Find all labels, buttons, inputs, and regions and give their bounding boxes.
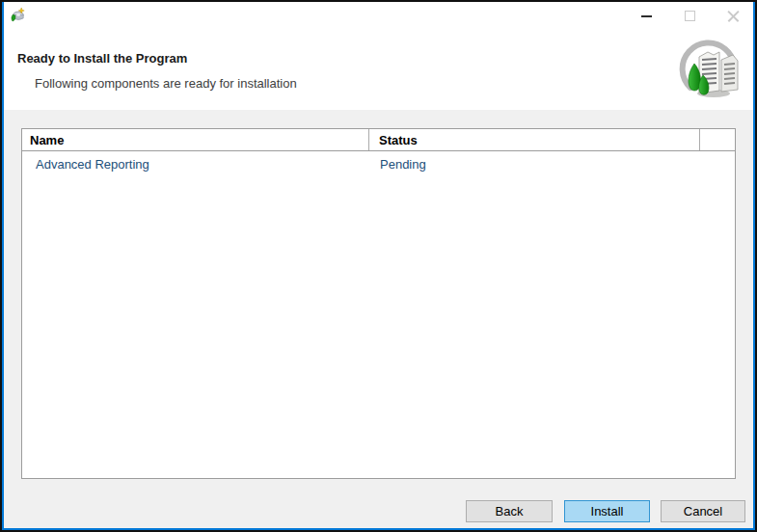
installer-window: Ready to Install the Program Following c… (0, 0, 757, 532)
column-separator[interactable] (368, 129, 369, 150)
minimize-button[interactable] (625, 2, 668, 30)
product-logo (671, 39, 746, 102)
component-name: Advanced Reporting (36, 157, 149, 172)
column-header-status: Status (379, 133, 418, 147)
column-separator[interactable] (699, 129, 700, 150)
cancel-button[interactable]: Cancel (661, 500, 745, 522)
maximize-icon (685, 11, 695, 21)
app-icon (9, 7, 26, 24)
list-header: Name Status (22, 129, 735, 151)
list-item[interactable]: Advanced Reporting Pending (22, 151, 735, 174)
close-button[interactable] (712, 2, 755, 30)
column-header-name: Name (30, 133, 64, 147)
page-title: Ready to Install the Program (17, 51, 187, 66)
maximize-button[interactable] (668, 2, 712, 30)
install-button[interactable]: Install (564, 500, 650, 522)
titlebar (2, 2, 755, 30)
back-button[interactable]: Back (466, 500, 553, 522)
banner: Ready to Install the Program Following c… (2, 30, 755, 110)
minimize-icon (641, 15, 652, 17)
component-status: Pending (380, 157, 426, 172)
components-list: Name Status Advanced Reporting Pending (21, 128, 736, 479)
window-controls (625, 2, 755, 30)
close-icon (727, 10, 740, 22)
leaf-shape (12, 14, 15, 21)
page-subtitle: Following components are ready for insta… (35, 76, 297, 91)
